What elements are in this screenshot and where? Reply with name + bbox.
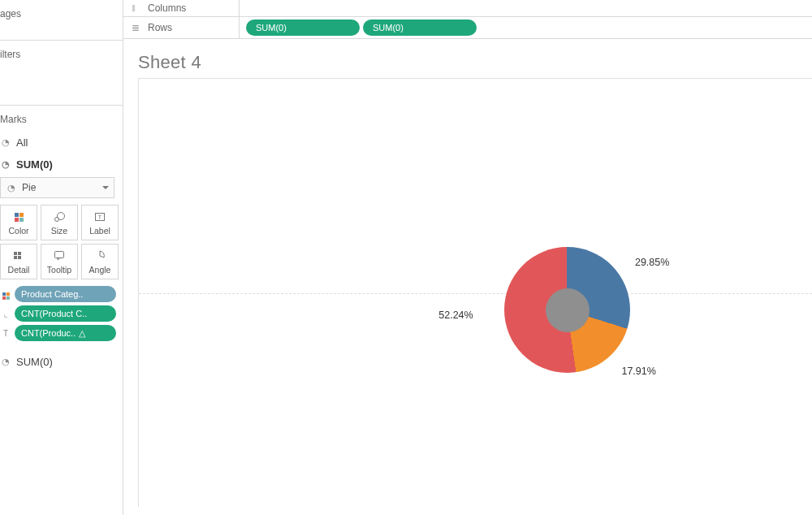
mark-type-label: Pie	[22, 182, 36, 193]
workspace: ⦀ Columns ≣ Rows SUM(0) SUM(0) Sheet 4	[123, 0, 812, 515]
mark-pill-list: Product Categ.. ◟ CNT(Product C.. T CNT(…	[0, 286, 116, 341]
rows-icon: ≣	[132, 22, 141, 33]
marks-sum0-row-2[interactable]: ◔ SUM(0)	[0, 351, 116, 373]
rows-pill-2[interactable]: SUM(0)	[363, 19, 477, 36]
pill-label: CNT(Produc..	[21, 328, 76, 338]
pie-icon: ◔	[0, 137, 11, 148]
color-icon	[0, 288, 11, 301]
pages-header: ages	[0, 5, 116, 23]
slice-label-a: 29.85%	[635, 257, 669, 268]
zero-line	[139, 293, 812, 294]
mark-card-tooltip[interactable]: Tooltip	[41, 244, 78, 279]
tooltip-icon	[53, 249, 66, 262]
size-icon	[53, 210, 66, 223]
pill-label: SUM(0)	[373, 23, 404, 32]
slice-label-c: 52.24%	[438, 309, 473, 321]
marks-sum0-label-1: SUM(0)	[16, 158, 53, 171]
left-panel: ages ilters Marks ◔ All ◔ SUM(0) ◔ Pie	[0, 0, 123, 515]
shelves: ⦀ Columns ≣ Rows SUM(0) SUM(0)	[123, 0, 812, 39]
marks-all-label: All	[16, 136, 28, 149]
mark-card-detail[interactable]: Detail	[0, 244, 37, 279]
svg-text:T: T	[98, 214, 102, 220]
rows-label: Rows	[148, 22, 172, 33]
svg-rect-4	[14, 252, 17, 255]
chevron-down-icon	[102, 186, 109, 189]
mark-type-dropdown[interactable]: ◔ Pie	[0, 177, 114, 198]
donut-chart[interactable]: 29.85% 17.91% 52.24%	[504, 247, 630, 373]
svg-rect-7	[18, 256, 21, 259]
columns-label: Columns	[148, 2, 186, 14]
pill-cnt-product-1[interactable]: CNT(Product C..	[15, 305, 116, 322]
mark-card-angle[interactable]: Angle	[81, 244, 119, 279]
columns-shelf[interactable]: ⦀ Columns	[123, 0, 812, 16]
mark-card-label[interactable]: T Label	[81, 205, 119, 240]
donut-hole	[546, 288, 590, 332]
pill-label: SUM(0)	[256, 23, 287, 32]
label-icon: T	[93, 210, 106, 223]
color-icon	[15, 213, 24, 222]
columns-icon: ⦀	[132, 2, 141, 14]
pie-icon: ◔	[6, 183, 17, 193]
pill-cnt-product-2[interactable]: CNT(Produc.. △	[15, 325, 116, 341]
sheet-area: Sheet 4 29.85% 17.91% 52.24%	[123, 39, 812, 515]
svg-rect-8	[55, 252, 64, 258]
pie-icon: ◔	[0, 159, 11, 170]
pill-label: CNT(Product C..	[21, 309, 87, 318]
svg-rect-6	[14, 256, 17, 259]
sheet-title[interactable]: Sheet 4	[138, 52, 812, 73]
filters-header: ilters	[0, 45, 116, 63]
filters-shelf[interactable]: ilters	[0, 41, 123, 106]
svg-point-1	[58, 213, 65, 220]
mark-card-size-label: Size	[51, 226, 67, 236]
svg-point-0	[55, 218, 59, 222]
pill-product-category[interactable]: Product Categ..	[15, 286, 116, 302]
chart-viewport[interactable]: 29.85% 17.91% 52.24%	[138, 78, 812, 507]
marks-sum0-label-2: SUM(0)	[16, 356, 53, 368]
marks-sum0-row-1[interactable]: ◔ SUM(0)	[0, 154, 116, 175]
mark-card-size[interactable]: Size	[41, 205, 78, 240]
pages-shelf[interactable]: ages	[0, 0, 123, 41]
mark-card-color[interactable]: Color	[0, 205, 37, 240]
marks-card: Marks ◔ All ◔ SUM(0) ◔ Pie Color	[0, 106, 123, 515]
angle-icon: ◟	[0, 309, 11, 318]
mark-card-detail-label: Detail	[8, 265, 30, 275]
mark-card-tooltip-label: Tooltip	[47, 265, 71, 275]
rows-pill-1[interactable]: SUM(0)	[246, 19, 360, 36]
slice-label-b: 17.91%	[621, 366, 655, 377]
pill-label: Product Categ..	[21, 289, 83, 299]
warning-icon: △	[79, 328, 85, 339]
mark-card-label-label: Label	[89, 226, 110, 236]
label-icon: T	[0, 329, 11, 338]
detail-icon	[12, 249, 25, 262]
mark-card-angle-label: Angle	[89, 265, 111, 275]
marks-all-row[interactable]: ◔ All	[0, 132, 116, 154]
marks-header: Marks	[0, 110, 116, 128]
svg-rect-5	[18, 252, 21, 255]
mark-card-color-label: Color	[8, 226, 28, 236]
rows-shelf[interactable]: ≣ Rows SUM(0) SUM(0)	[123, 16, 812, 38]
donut-pie	[504, 247, 630, 373]
mark-card-grid: Color Size T Label Detail Tooltip	[0, 205, 114, 279]
angle-icon	[93, 249, 106, 262]
pie-icon: ◔	[0, 357, 11, 367]
